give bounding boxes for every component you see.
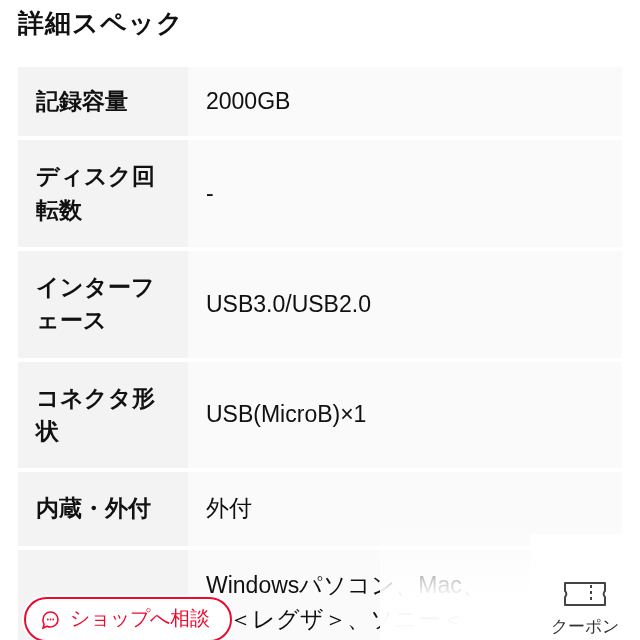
spec-label: 内蔵・外付 [18, 472, 188, 545]
spec-label: 記録容量 [18, 67, 188, 136]
spec-value: 2000GB [188, 67, 622, 136]
table-row: コネクタ形状 USB(MicroB)×1 [18, 362, 622, 469]
section-heading: 詳細スペック [0, 0, 640, 63]
svg-point-0 [47, 618, 49, 620]
chat-shop-label: ショップへ相談 [70, 605, 210, 632]
chat-bubble-icon [38, 608, 62, 632]
spec-value: USB(MicroB)×1 [188, 362, 622, 469]
chat-shop-button[interactable]: ショップへ相談 [24, 597, 232, 640]
table-row: インターフェース USB3.0/USB2.0 [18, 251, 622, 358]
spec-label: ディスク回転数 [18, 140, 188, 247]
spec-label: インターフェース [18, 251, 188, 358]
coupon-label: クーポン [551, 615, 619, 638]
spec-value: USB3.0/USB2.0 [188, 251, 622, 358]
spec-value: - [188, 140, 622, 247]
coupon-button[interactable]: クーポン [530, 534, 640, 640]
table-row: 記録容量 2000GB [18, 67, 622, 136]
svg-point-1 [50, 618, 52, 620]
svg-point-2 [52, 618, 54, 620]
table-row: ディスク回転数 - [18, 140, 622, 247]
spec-label: コネクタ形状 [18, 362, 188, 469]
coupon-ticket-icon [563, 579, 607, 609]
